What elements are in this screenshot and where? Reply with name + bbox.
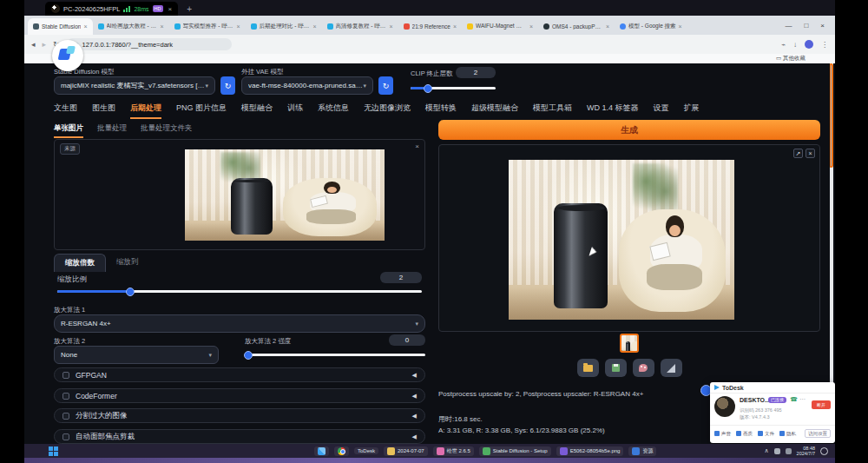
save-image-button[interactable]	[605, 359, 627, 377]
more-icon[interactable]: ⋯	[799, 396, 806, 403]
gfpgan-checkbox[interactable]	[62, 372, 69, 379]
back-icon[interactable]: ◂	[31, 40, 36, 49]
split-checkbox[interactable]	[62, 413, 69, 420]
browser-tab-9[interactable]: 模型 - Google 搜索×	[615, 18, 687, 35]
todesk-audio-toggle[interactable]: 声音	[714, 431, 731, 437]
fullscreen-icon[interactable]: ↗	[793, 149, 803, 158]
gallery-thumbnail[interactable]	[620, 334, 639, 353]
close-result-icon[interactable]: ×	[806, 149, 815, 158]
taskbar-chrome[interactable]	[334, 446, 349, 456]
phone-icon[interactable]: ☎	[790, 396, 798, 403]
clip-skip-slider[interactable]	[411, 87, 496, 89]
browser-tab-stable-diffusion[interactable]: Stable Diffusion ×	[28, 18, 93, 35]
accordion-split-oversized[interactable]: 分割过大的图像 ◀	[54, 408, 425, 423]
taskbar-clock[interactable]: 08:48 2024/7/7	[797, 446, 815, 456]
model-dropdown[interactable]: majicMIX realistic 麦橘写实_v7.safetensors […	[54, 76, 215, 95]
todesk-access-settings-button[interactable]: 访问设置	[805, 429, 831, 438]
tab-extensions[interactable]: 扩展	[684, 103, 700, 119]
browser-tab-2[interactable]: AI绘画放大教程 - 哔哩哔哩×	[93, 18, 169, 35]
tray-network-icon[interactable]	[774, 448, 780, 454]
codeformer-checkbox[interactable]	[62, 393, 69, 400]
tab-settings[interactable]: 设置	[654, 103, 669, 119]
close-window-button[interactable]: ×	[820, 22, 825, 30]
send-to-extras-button[interactable]	[661, 359, 682, 377]
clip-skip-value[interactable]: 2	[456, 67, 496, 78]
face-crop-checkbox[interactable]	[62, 433, 69, 440]
download-icon[interactable]: ↓	[793, 41, 797, 49]
taskbar-launcher[interactable]: 绘世 2.6.5	[433, 446, 474, 456]
notification-icon[interactable]	[820, 447, 828, 455]
maximize-button[interactable]: □	[804, 22, 808, 30]
upscaler2-dropdown[interactable]: None ▾	[54, 346, 219, 364]
browser-tab-6[interactable]: 21:9 Reference×	[398, 18, 463, 35]
subtab-single-image[interactable]: 单张图片	[54, 123, 83, 138]
tab-txt2img[interactable]: 文生图	[54, 103, 77, 119]
tab-model-converter[interactable]: 模型转换	[425, 103, 457, 119]
taskbar-todesk[interactable]: ToDesk	[354, 447, 378, 454]
close-tab-icon[interactable]: ×	[83, 23, 87, 30]
tab-super-merger[interactable]: 超级模型融合	[471, 103, 518, 119]
accordion-gfpgan[interactable]: GFPGAN ◀	[54, 367, 425, 382]
open-folder-button[interactable]	[577, 359, 599, 377]
taskbar-folder[interactable]: 2024-07-07	[384, 446, 428, 456]
tab-extras[interactable]: 后期处理	[130, 103, 161, 119]
close-session-icon[interactable]: ×	[168, 5, 173, 13]
source-image-dropzone[interactable]: 来源 ×	[54, 139, 425, 250]
tab-scale-by[interactable]: 缩放倍数	[54, 254, 106, 272]
scale-slider[interactable]	[57, 290, 422, 293]
close-tab-icon[interactable]: ×	[453, 23, 457, 30]
close-tab-icon[interactable]: ×	[389, 23, 392, 30]
send-to-inpaint-button[interactable]	[633, 359, 654, 377]
minimize-button[interactable]: —	[785, 22, 792, 30]
other-bookmarks-button[interactable]: ▭ 其他收藏	[776, 55, 806, 63]
remote-session-tab[interactable]: PC-20240625HFPL 28ms HD ×	[45, 2, 178, 16]
tab-model-toolkit[interactable]: 模型工具箱	[533, 103, 572, 119]
tray-chevron-icon[interactable]: ∧	[764, 447, 768, 454]
todesk-file-toggle[interactable]: 文件	[758, 431, 774, 437]
scale-value[interactable]: 2	[380, 272, 422, 283]
close-tab-icon[interactable]: ×	[236, 23, 240, 30]
todesk-quality-toggle[interactable]: 画质	[736, 431, 753, 437]
menu-kebab-icon[interactable]: ⋮	[821, 41, 828, 49]
tab-checkpoint-merger[interactable]: 模型融合	[241, 103, 273, 119]
browser-tab-4[interactable]: 后期处理对比 - 哔哩哔哩×	[246, 18, 322, 35]
profile-avatar[interactable]	[805, 40, 813, 49]
taskbar-widgets[interactable]	[314, 446, 329, 456]
upscaler1-dropdown[interactable]: R-ESRGAN 4x+ ▾	[54, 314, 425, 333]
todesk-privacy-toggle[interactable]: 隐私	[779, 431, 796, 437]
taskbar-resources[interactable]: 资源	[628, 446, 656, 456]
accordion-codeformer[interactable]: CodeFormer ◀	[54, 388, 425, 403]
subtab-batch-folder[interactable]: 批量处理文件夹	[141, 123, 193, 138]
strength-slider[interactable]	[245, 354, 425, 356]
tab-infinite-browser[interactable]: 无边图像浏览	[364, 103, 411, 119]
forward-icon[interactable]: ▸	[43, 40, 47, 49]
result-image[interactable]	[509, 160, 734, 320]
tab-scale-to[interactable]: 缩放到	[106, 254, 149, 272]
close-tab-icon[interactable]: ×	[312, 23, 316, 30]
tray-sound-icon[interactable]	[786, 448, 792, 454]
close-tab-icon[interactable]: ×	[529, 23, 533, 30]
tab-wd14-tagger[interactable]: WD 1.4 标签器	[587, 103, 639, 119]
taskbar-sd-setup[interactable]: Stable Diffusion - Setup	[479, 446, 551, 456]
new-session-button[interactable]: +	[187, 4, 192, 14]
close-tab-icon[interactable]: ×	[160, 23, 163, 30]
browser-tab-8[interactable]: OMS4 - packupPTStudio×	[538, 18, 615, 35]
start-button[interactable]	[49, 446, 58, 456]
tab-system-info[interactable]: 系统信息	[318, 103, 349, 119]
strength-value[interactable]: 0	[389, 334, 425, 346]
tab-train[interactable]: 训练	[287, 103, 303, 119]
refresh-vae-button[interactable]: ↻	[378, 76, 393, 95]
tab-png-info[interactable]: PNG 图片信息	[176, 103, 227, 119]
address-bar[interactable]: ◎ 127.0.0.1:7860/?__theme=dark	[67, 38, 232, 50]
taskbar-png-file[interactable]: E5062-08054b5e.png	[556, 446, 624, 456]
accordion-auto-face-crop[interactable]: 自动面部焦点剪裁 ◀	[54, 429, 425, 444]
vae-dropdown[interactable]: vae-ft-mse-840000-ema-pruned.safetensors…	[241, 76, 373, 95]
browser-tab-7[interactable]: WAIFU-Magnet 磁链×	[462, 18, 538, 35]
generate-button[interactable]: 生成	[438, 120, 820, 140]
subtab-batch-process[interactable]: 批量处理	[97, 123, 127, 138]
disconnect-button[interactable]: 断开	[812, 400, 831, 409]
clear-image-icon[interactable]: ×	[415, 142, 419, 150]
extensions-icon[interactable]: ⌁	[781, 41, 786, 49]
close-tab-icon[interactable]: ×	[606, 23, 609, 30]
close-tab-icon[interactable]: ×	[679, 23, 682, 30]
